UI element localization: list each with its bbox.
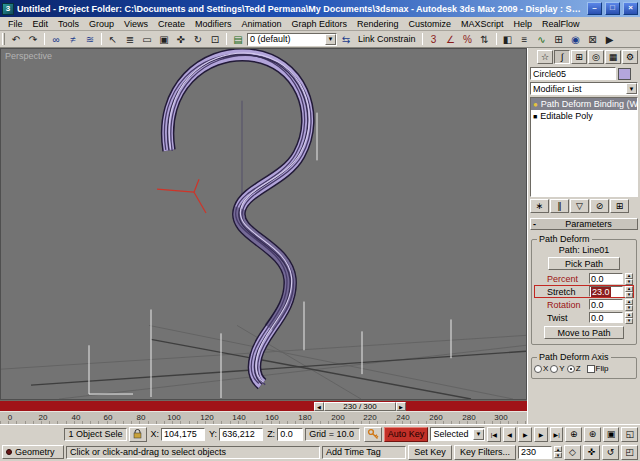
set-key-button[interactable]: Set Key [408,445,452,460]
menu-create[interactable]: Create [153,19,190,29]
menu-animation[interactable]: Animation [236,19,286,29]
track-bar[interactable]: 0 20 40 60 80 100 120 140 160 180 200 22… [0,411,527,424]
menu-customize[interactable]: Customize [404,19,457,29]
tab-display[interactable]: ▦ [605,50,621,64]
tube-object[interactable] [164,53,311,385]
z-coordinate-field[interactable] [277,428,303,441]
render-production-icon[interactable]: ▶ [602,32,618,47]
tab-utilities[interactable]: ⚙ [622,50,638,64]
pan-icon[interactable]: ✜ [583,445,600,460]
mirror-icon[interactable]: ◧ [500,32,516,47]
schematic-view-icon[interactable]: ⊞ [551,32,567,47]
chevron-down-icon[interactable]: ▼ [325,34,336,45]
auto-key-button[interactable]: Auto Key [384,427,429,442]
select-and-link-icon[interactable]: ∞ [48,32,64,47]
menu-views[interactable]: Views [119,19,153,29]
move-to-path-button[interactable]: Move to Path [544,326,624,339]
menu-modifiers[interactable]: Modifiers [190,19,237,29]
object-name-field[interactable] [530,67,616,80]
link-constrain-label[interactable]: Link Constrain [358,34,416,44]
menu-maxscript[interactable]: MAXScript [456,19,509,29]
stretch-spinner[interactable]: ▴▾ [625,286,633,298]
time-slider-track[interactable]: ◀ 230 / 300 ▶ [0,400,527,411]
zoom-icon[interactable]: ⊕ [565,427,582,442]
make-unique-icon[interactable]: ▽ [570,199,589,213]
chevron-down-icon[interactable]: ▼ [626,83,637,94]
tab-modify[interactable]: ∫ [554,50,570,64]
link-constrain-icon[interactable]: ⇆ [338,32,354,47]
menu-graph-editors[interactable]: Graph Editors [286,19,352,29]
go-to-start-button[interactable]: |◀ [487,427,501,442]
close-button[interactable]: × [623,2,638,15]
layer-manager-icon[interactable]: ▤ [230,32,246,47]
geometry-chip[interactable]: Geometry [2,445,64,459]
stack-item-path-deform-binding[interactable]: ● Path Deform Binding (W [531,98,637,110]
configure-modifier-sets-icon[interactable]: ⊞ [610,199,629,213]
menu-tools[interactable]: Tools [53,19,84,29]
arc-rotate-icon[interactable]: ↺ [602,445,619,460]
spinner-down-icon[interactable]: ▾ [625,292,633,298]
menu-rendering[interactable]: Rendering [352,19,404,29]
key-filters-button[interactable]: Key Filters... [454,445,516,460]
previous-frame-button[interactable]: ◀ [503,427,517,442]
undo-icon[interactable]: ↶ [8,32,24,47]
perspective-viewport[interactable]: Perspective [0,48,527,400]
go-to-end-button[interactable]: ▶| [550,427,564,442]
axis-z-radio[interactable]: Z [567,364,581,373]
spinner-down-icon[interactable]: ▾ [625,305,633,311]
curve-editor-icon[interactable]: ∿ [534,32,550,47]
stack-item-editable-poly[interactable]: ■ Editable Poly [531,110,637,122]
select-object-icon[interactable]: ↖ [105,32,121,47]
pin-stack-icon[interactable]: ∗ [530,199,549,213]
show-end-result-icon[interactable]: ∥ [550,199,569,213]
viewport-canvas[interactable] [1,49,526,399]
rectangular-selection-region-icon[interactable]: ▭ [139,32,155,47]
next-frame-arrow-icon[interactable]: ▶ [396,402,406,411]
zoom-all-icon[interactable]: ⊛ [584,427,601,442]
minimize-button[interactable]: – [587,2,602,15]
snap-toggle-icon[interactable]: 3 [426,32,442,47]
tab-motion[interactable]: ◎ [588,50,604,64]
spinner-down-icon[interactable]: ▾ [625,279,633,285]
selected-filter-dropdown[interactable]: Selected ▼ [430,427,485,441]
layer-dropdown[interactable]: 0 (default) ▼ [247,33,337,46]
tab-hierarchy[interactable]: ⊞ [571,50,587,64]
parameters-rollout-header[interactable]: - Parameters [530,218,638,230]
rotation-field[interactable]: 0.0 [589,299,623,310]
viewport-label[interactable]: Perspective [5,51,52,61]
axis-y-radio[interactable]: Y [550,364,564,373]
field-of-view-icon[interactable]: ◇ [564,445,581,460]
axis-x-radio[interactable]: X [534,364,548,373]
current-frame-field[interactable] [518,446,552,459]
window-crossing-icon[interactable]: ▣ [156,32,172,47]
maximize-viewport-toggle-icon[interactable]: ◰ [621,445,638,460]
select-by-name-icon[interactable]: ≣ [122,32,138,47]
y-coordinate-field[interactable] [219,428,263,441]
menu-edit[interactable]: Edit [28,19,54,29]
object-color-swatch[interactable] [618,68,631,80]
remove-modifier-icon[interactable]: ⊘ [590,199,609,213]
spinner-down-icon[interactable]: ▾ [625,318,633,324]
spinner-down-icon[interactable]: ▾ [554,452,562,458]
x-coordinate-field[interactable] [161,428,205,441]
twist-spinner[interactable]: ▴▾ [625,312,633,324]
menu-realflow[interactable]: RealFlow [537,19,585,29]
lightbulb-icon[interactable]: ● [533,100,538,109]
pick-path-button[interactable]: Pick Path [548,257,620,270]
previous-frame-arrow-icon[interactable]: ◀ [314,402,324,411]
play-button[interactable]: ▶ [518,427,532,442]
select-and-scale-icon[interactable]: ⊡ [207,32,223,47]
set-keys-button[interactable] [364,427,382,442]
percent-snap-icon[interactable]: % [460,32,476,47]
redo-icon[interactable]: ↷ [25,32,41,47]
material-editor-icon[interactable]: ◉ [568,32,584,47]
tab-create[interactable]: ☆ [537,50,553,64]
zoom-extents-icon[interactable]: ▣ [603,427,620,442]
modifier-list-dropdown[interactable]: Modifier List ▼ [530,82,638,95]
add-time-tag[interactable]: Add Time Tag [322,446,406,459]
twist-field[interactable]: 0.0 [589,312,623,323]
spinner-snap-icon[interactable]: ⇅ [477,32,493,47]
percent-spinner[interactable]: ▴▾ [625,273,633,285]
percent-field[interactable]: 0.0 [589,273,623,284]
menu-file[interactable]: File [3,19,28,29]
